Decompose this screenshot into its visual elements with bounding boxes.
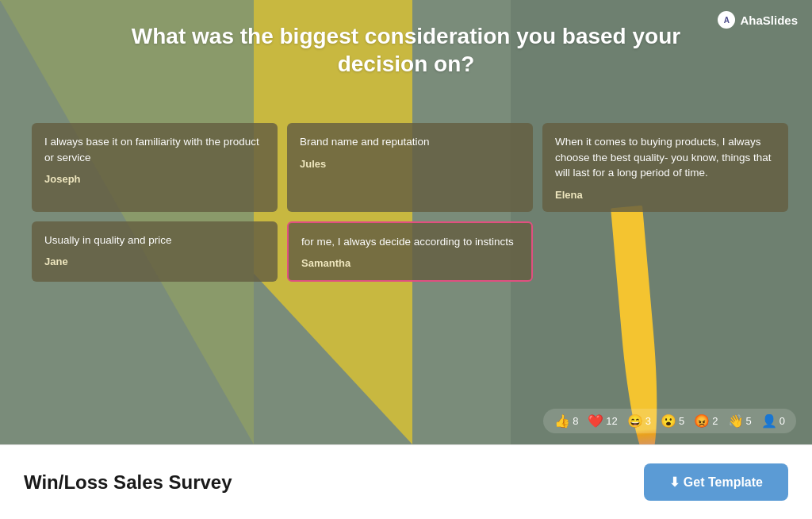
user-icon: 👤: [761, 413, 777, 429]
card-joseph: I always base it on familiarity with the…: [32, 123, 278, 212]
reaction-smile: 😄 3: [627, 413, 651, 429]
logo-text: AhaSlides: [740, 13, 798, 27]
slide-area: A AhaSlides What was the biggest conside…: [0, 0, 812, 444]
heart-icon: ❤️: [588, 413, 603, 429]
card-elena-author: Elena: [555, 189, 776, 201]
surprised-count: 5: [679, 415, 684, 427]
card-jane-text: Usually in quality and price: [44, 233, 265, 248]
surprised-icon: 😮: [661, 413, 676, 429]
wave-icon: 👋: [728, 413, 744, 429]
get-template-button[interactable]: ⬇ Get Template: [644, 463, 788, 501]
wave-count: 5: [746, 415, 752, 427]
reactions-bar: 👍 8 ❤️ 12 😄 3 😮 5 😡 2 👋 5: [543, 409, 796, 433]
angry-icon: 😡: [694, 413, 710, 429]
survey-title: Win/Loss Sales Survey: [24, 471, 232, 494]
card-samantha-author: Samantha: [301, 257, 519, 269]
thumbsup-count: 8: [573, 415, 578, 427]
reaction-surprised: 😮 5: [661, 413, 684, 429]
card-samantha: for me, I always decide according to ins…: [287, 221, 533, 283]
card-joseph-author: Joseph: [44, 173, 265, 185]
reaction-heart: ❤️ 12: [588, 413, 617, 429]
question-title: What was the biggest consideration you b…: [128, 22, 684, 78]
card-elena-text: When it comes to buying products, I alwa…: [555, 134, 776, 181]
user-count: 0: [779, 415, 785, 427]
reaction-angry: 😡 2: [694, 413, 718, 429]
smile-count: 3: [645, 415, 651, 427]
card-jules: Brand name and reputation Jules: [287, 123, 533, 212]
smile-icon: 😄: [627, 413, 643, 429]
card-jane: Usually in quality and price Jane: [32, 221, 278, 283]
logo-icon: A: [718, 11, 735, 29]
angry-count: 2: [712, 415, 718, 427]
heart-count: 12: [606, 415, 617, 427]
card-jane-author: Jane: [44, 256, 265, 267]
card-samantha-text: for me, I always decide according to ins…: [301, 234, 519, 250]
reaction-wave: 👋 5: [728, 413, 752, 429]
reaction-thumbsup: 👍 8: [554, 413, 578, 429]
cards-container: I always base it on familiarity with the…: [32, 123, 788, 282]
page-container: A AhaSlides What was the biggest conside…: [0, 0, 812, 519]
ahaslides-logo: A AhaSlides: [718, 11, 798, 29]
card-elena: When it comes to buying products, I alwa…: [542, 123, 788, 212]
bottom-bar: Win/Loss Sales Survey ⬇ Get Template: [0, 444, 812, 519]
card-joseph-text: I always base it on familiarity with the…: [44, 134, 265, 165]
reaction-user: 👤 0: [761, 413, 785, 429]
logo-icon-text: A: [724, 16, 730, 25]
card-jules-author: Jules: [300, 158, 520, 170]
thumbsup-icon: 👍: [554, 413, 570, 429]
card-jules-text: Brand name and reputation: [300, 134, 520, 150]
